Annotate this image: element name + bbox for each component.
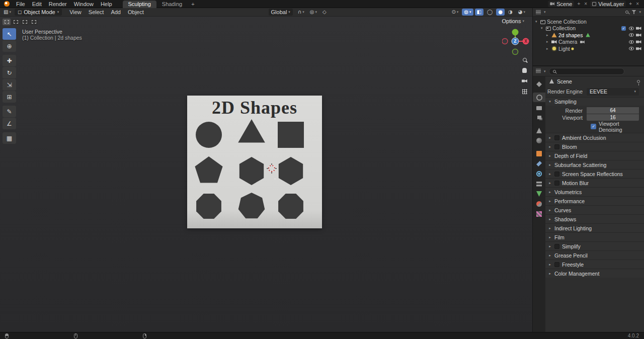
panel-checkbox[interactable]	[554, 262, 559, 267]
panel-header[interactable]: ▸ Subsurface Scattering	[545, 160, 644, 169]
mode-dropdown[interactable]: ◻ Object Mode ▾	[15, 9, 62, 16]
hide-in-viewport-toggle[interactable]	[629, 47, 634, 50]
tab-constraints[interactable]	[533, 179, 545, 189]
disable-in-renders-toggle[interactable]	[636, 33, 641, 37]
panel-header[interactable]: ▸ Color Management	[545, 269, 644, 278]
panel-checkbox[interactable]	[554, 144, 559, 149]
viewport-denoising-checkbox[interactable]: ✓	[591, 124, 596, 129]
annotate-tool[interactable]: ✎	[3, 106, 16, 117]
properties-editor-icon[interactable]	[536, 69, 541, 73]
outliner-row[interactable]: ▸ 2d shapes ✓	[533, 32, 644, 39]
panel-header[interactable]: ▸ Depth of Field	[545, 151, 644, 160]
xray-toggle-icon[interactable]: ◧ ▾	[475, 9, 484, 16]
zoom-button[interactable]	[520, 55, 529, 64]
panel-header[interactable]: ▸ Simplify	[545, 241, 644, 250]
disclosure-arrow-icon[interactable]: ▾	[541, 26, 546, 30]
disable-in-renders-toggle[interactable]	[636, 47, 641, 51]
panel-header[interactable]: ▸ Screen Space Reflections	[545, 169, 644, 178]
editor-type-button[interactable]: ▧ ▾	[2, 9, 13, 15]
number-field[interactable]: 64	[587, 107, 639, 114]
tab-modifiers[interactable]	[533, 159, 545, 168]
tab-output[interactable]	[533, 103, 545, 112]
filter-icon[interactable]	[631, 10, 636, 14]
snap-magnet-icon[interactable]: ∩ ▾	[296, 9, 306, 16]
axis-negx-ball[interactable]	[502, 39, 508, 44]
chevron-down-icon[interactable]: ▾	[544, 10, 546, 14]
scale-tool[interactable]: ⇲	[3, 79, 16, 91]
unlink-scene-button[interactable]: ×	[583, 2, 588, 7]
panel-header[interactable]: ▸ Grease Pencil	[545, 250, 644, 260]
tab-render[interactable]	[533, 93, 545, 102]
disable-in-renders-toggle[interactable]	[636, 26, 641, 30]
panel-header[interactable]: ▸ Bloom	[545, 142, 644, 151]
disclosure-arrow-icon[interactable]: ▸	[546, 47, 551, 51]
disclosure-arrow-icon[interactable]: ▾	[535, 20, 540, 24]
scene-selector[interactable]: Scene	[548, 1, 574, 7]
outliner-editor-icon[interactable]	[536, 10, 541, 15]
proportional-edit-icon[interactable]: ◎ ▾	[308, 9, 319, 16]
chevron-down-icon[interactable]: ▾	[544, 69, 546, 73]
select-mode-subtract[interactable]	[21, 19, 29, 25]
tab-object[interactable]	[533, 149, 545, 158]
menu-item[interactable]: Render	[45, 0, 70, 8]
axis-y-ball[interactable]	[512, 29, 519, 36]
panel-header[interactable]: ▸ Performance	[545, 196, 644, 205]
select-mode-set[interactable]	[3, 19, 11, 25]
measure-tool[interactable]: ∠	[3, 118, 16, 129]
chevron-down-icon[interactable]: ▾	[639, 10, 641, 14]
add-workspace-button[interactable]: +	[188, 1, 198, 7]
disclosure-arrow-icon[interactable]: ▸	[546, 40, 551, 44]
options-button[interactable]: Options ▾	[502, 18, 524, 24]
shading-solid-icon[interactable]: ● ▾	[496, 9, 505, 16]
workspace-tab[interactable]: Sculpting	[123, 1, 156, 8]
outliner-row[interactable]: ▾ Scene Collection ✓	[533, 18, 644, 25]
menu-item[interactable]: Window	[70, 0, 97, 8]
search-icon[interactable]	[625, 11, 628, 14]
show-overlays-icon[interactable]: ◍ ▾	[462, 9, 473, 16]
menu-item[interactable]: Help	[97, 0, 116, 8]
panel-header[interactable]: ▸ Shadows	[545, 214, 644, 223]
tab-view-layer[interactable]	[533, 113, 545, 122]
transform-orientation-dropdown[interactable]: Global ▾	[269, 9, 293, 16]
viewport-menu-item[interactable]: Add	[107, 8, 124, 16]
select-box-tool[interactable]: ↖	[3, 28, 16, 40]
proportional-falloff-icon[interactable]: ◇ ▾	[320, 9, 329, 16]
hide-in-viewport-toggle[interactable]	[629, 40, 634, 44]
hide-in-viewport-toggle[interactable]	[629, 27, 634, 30]
panel-header[interactable]: ▸ Ambient Occlusion	[545, 133, 644, 142]
panel-checkbox[interactable]	[554, 244, 559, 249]
new-scene-button[interactable]: +	[576, 2, 581, 7]
properties-search-input[interactable]	[549, 68, 624, 75]
new-viewlayer-button[interactable]: +	[628, 2, 633, 7]
workspace-tab[interactable]: Shading	[156, 1, 188, 8]
panel-checkbox[interactable]	[554, 172, 559, 177]
outliner-row[interactable]: ▾ Collection ✓	[533, 25, 644, 32]
viewport-menu-item[interactable]: Select	[85, 8, 108, 16]
remove-viewlayer-button[interactable]: ×	[635, 2, 640, 7]
sampling-panel-header[interactable]: ▾ Sampling	[545, 97, 644, 106]
2d-shapes-plane[interactable]: 2D Shapes	[187, 96, 322, 228]
viewport-menu-item[interactable]: Object	[124, 8, 147, 16]
disable-in-renders-toggle[interactable]	[636, 40, 641, 44]
panel-header[interactable]: ▸ Volumetrics	[545, 187, 644, 196]
number-field[interactable]: 16	[587, 114, 639, 121]
disclosure-arrow-icon[interactable]: ▸	[546, 33, 551, 37]
show-gizmos-icon[interactable]: ⊙ ▾	[449, 9, 460, 16]
toggle-ortho-button[interactable]	[520, 87, 529, 96]
axis-negy-ball[interactable]	[513, 49, 518, 55]
tab-world[interactable]	[533, 136, 545, 145]
tab-tool[interactable]	[533, 79, 545, 89]
panel-header[interactable]: ▸ Motion Blur	[545, 178, 644, 187]
transform-tool[interactable]: ⊞	[3, 91, 16, 103]
panel-header[interactable]: ▸ Curves	[545, 205, 644, 214]
shading-rendered-icon[interactable]: ◕ ▾	[516, 9, 527, 16]
tab-scene[interactable]	[533, 126, 545, 135]
panel-header[interactable]: ▸ Indirect Lighting	[545, 223, 644, 232]
render-engine-dropdown[interactable]: EEVEE ▾	[587, 88, 639, 96]
panel-header[interactable]: ▸ Film	[545, 232, 644, 241]
select-mode-intersect[interactable]	[30, 19, 38, 25]
hide-in-viewport-toggle[interactable]	[629, 33, 634, 37]
outliner-row[interactable]: ▸ Light ✓	[533, 45, 644, 52]
shading-material-icon[interactable]: ◑ ▾	[506, 9, 515, 16]
viewport-menu-item[interactable]: View	[66, 8, 85, 16]
